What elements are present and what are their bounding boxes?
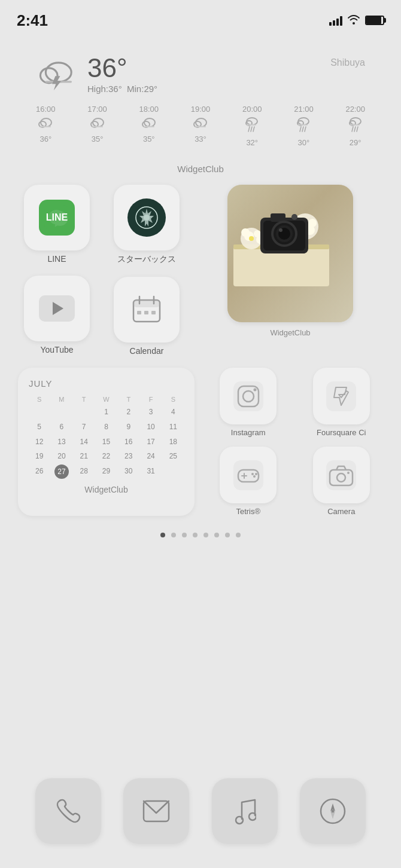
cal-header: F	[140, 395, 161, 404]
app-grid-top: LINE LINE YouTube	[18, 185, 383, 356]
svg-line-21	[253, 127, 254, 132]
line-app-label: LINE	[47, 254, 66, 264]
cloud-icon	[90, 117, 105, 132]
cal-day: 15	[96, 435, 117, 449]
cal-day: 3	[140, 405, 161, 419]
hour-temp: 30°	[298, 138, 310, 147]
svg-point-85	[347, 472, 350, 474]
cal-day: 29	[96, 464, 117, 479]
svg-marker-3	[52, 76, 61, 90]
cal-day: 24	[140, 450, 161, 463]
svg-line-32	[354, 127, 356, 132]
cal-day: 13	[51, 435, 72, 449]
hour-item: 18:0035°	[139, 105, 159, 147]
photo-widget-inner	[227, 185, 353, 322]
hour-item: 17:0035°	[87, 105, 107, 147]
app-section: LINE LINE YouTube	[0, 185, 401, 356]
page-dot[interactable]	[203, 533, 208, 537]
cal-day: 6	[51, 420, 72, 434]
hourly-forecast: 16:0036°17:0035°18:0035°19:0033°20:0032°…	[36, 105, 365, 147]
dock-music[interactable]	[212, 778, 278, 844]
svg-text:LINE: LINE	[46, 212, 68, 222]
photo-widget	[227, 185, 353, 322]
cal-day: 10	[140, 420, 161, 434]
hour-temp: 32°	[246, 138, 258, 147]
umbrella-icon	[348, 117, 363, 135]
instagram-app-icon[interactable]	[220, 368, 277, 424]
calendar-widget-label: WidgetClub	[29, 485, 184, 494]
hour-time: 17:00	[87, 105, 107, 114]
calendar-app-item[interactable]: Calendar	[108, 277, 186, 356]
page-dot[interactable]	[160, 533, 165, 537]
weather-widget: 36° High:36° Min:29° Shibuya 16:0036°17:…	[24, 44, 377, 158]
calendar-icon	[129, 292, 165, 328]
hour-time: 16:00	[36, 105, 56, 114]
foursquare-app-icon[interactable]	[313, 368, 370, 424]
tetris-app-icon[interactable]	[220, 447, 277, 503]
weather-top: 36° High:36° Min:29° Shibuya	[36, 55, 365, 94]
tetris-app-item[interactable]: Tetris®	[206, 447, 290, 516]
page-dot[interactable]	[171, 533, 176, 537]
hour-temp: 36°	[40, 135, 51, 143]
cal-header: S	[163, 395, 184, 404]
cal-day: 7	[74, 420, 95, 434]
cal-day: 5	[29, 420, 50, 434]
svg-rect-15	[195, 126, 206, 127]
svg-line-27	[305, 127, 306, 132]
hour-item: 22:0029°	[345, 105, 365, 147]
dock-phone[interactable]	[35, 778, 101, 844]
starbucks-app-icon[interactable]	[114, 185, 180, 250]
cal-day	[29, 405, 50, 419]
status-bar: 2:41	[0, 0, 401, 32]
cal-header: W	[96, 395, 117, 404]
foursquare-app-item[interactable]: Foursquare Ci	[300, 368, 384, 437]
camera-app-item[interactable]: Camera	[300, 447, 384, 516]
dock-mail[interactable]	[123, 778, 189, 844]
svg-line-31	[352, 127, 353, 132]
svg-point-79	[251, 473, 254, 475]
right-apps-grid: Instagram Foursquare Ci	[206, 368, 383, 516]
page-dot[interactable]	[193, 533, 198, 537]
hour-item: 21:0030°	[294, 105, 314, 147]
phone-icon	[54, 797, 82, 825]
svg-rect-12	[144, 126, 154, 127]
line-app-item[interactable]: LINE LINE	[18, 185, 96, 264]
photo-widget-label: WidgetClub	[270, 328, 310, 337]
hour-item: 19:0033°	[191, 105, 211, 147]
cal-day: 19	[29, 450, 50, 463]
svg-point-88	[249, 813, 256, 820]
weather-temperature: 36°	[87, 55, 157, 81]
photo-widget-item[interactable]: WidgetClub	[198, 185, 383, 356]
svg-rect-40	[133, 300, 160, 307]
page-dot[interactable]	[182, 533, 187, 537]
starbucks-app-item[interactable]: スターバックス	[108, 185, 186, 265]
youtube-app-label: YouTube	[40, 345, 73, 354]
page-dot[interactable]	[225, 533, 230, 537]
youtube-app-icon[interactable]	[24, 276, 90, 341]
cal-day: 21	[74, 450, 95, 463]
page-dot[interactable]	[236, 533, 241, 537]
camera-app-icon[interactable]	[313, 447, 370, 503]
calendar-app-icon[interactable]	[114, 277, 180, 343]
dock	[0, 778, 401, 844]
line-app-icon[interactable]: LINE	[24, 185, 90, 250]
cloud-icon	[38, 117, 53, 132]
page-dots	[0, 533, 401, 537]
svg-point-53	[249, 236, 254, 241]
music-icon	[233, 797, 256, 825]
calendar-widget: JULY SMTWTFS1234567891011121314151617181…	[18, 368, 195, 516]
cal-day: 27	[54, 464, 69, 479]
cal-day: 23	[118, 450, 139, 463]
cal-day: 1	[96, 405, 117, 419]
cal-day	[74, 405, 95, 419]
youtube-app-item[interactable]: YouTube	[18, 276, 96, 354]
hour-time: 20:00	[242, 105, 262, 114]
instagram-app-item[interactable]: Instagram	[206, 368, 290, 437]
svg-rect-18	[247, 124, 256, 126]
foursquare-app-label: Foursquare Ci	[317, 428, 366, 437]
youtube-play-icon	[53, 302, 63, 315]
umbrella-icon	[296, 117, 311, 135]
page-dot[interactable]	[214, 533, 219, 537]
cal-day: 26	[29, 464, 50, 479]
dock-compass[interactable]	[300, 778, 366, 844]
